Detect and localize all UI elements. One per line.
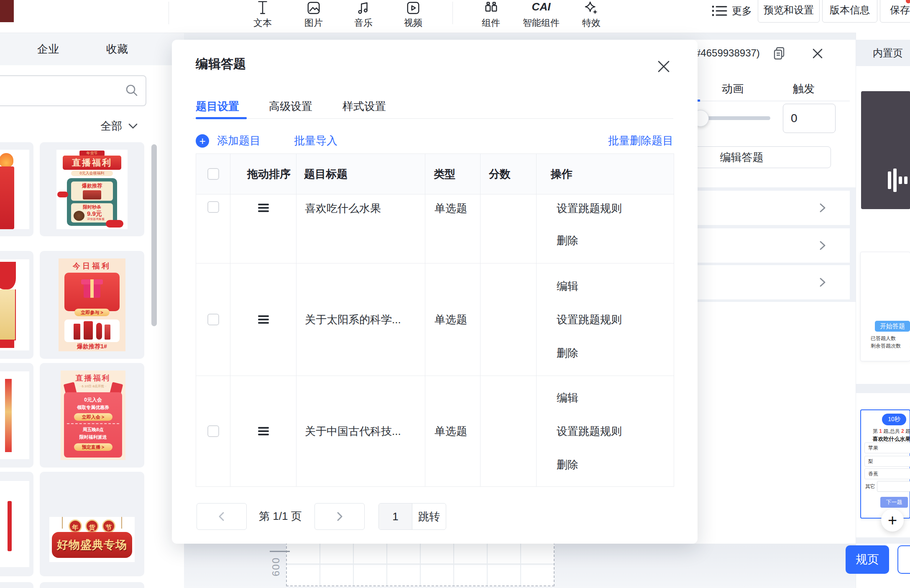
tab-trigger[interactable]: 触发: [793, 82, 815, 96]
question-type: 单选题: [435, 201, 467, 216]
drag-handle-icon[interactable]: [258, 314, 269, 325]
page-jump-button[interactable]: 跳转: [412, 504, 446, 529]
page-thumbnail-audio[interactable]: [861, 91, 910, 209]
stat-row: 剩余答题次数 1: [871, 343, 910, 350]
stat-row: 已答题人数 1: [871, 335, 910, 342]
next-page-button[interactable]: [314, 503, 365, 530]
column-header: 操作: [551, 167, 573, 182]
add-question-button[interactable]: 添加题目: [217, 133, 261, 148]
toolbar-tool-image[interactable]: 图片: [289, 0, 339, 29]
tab-advanced-settings[interactable]: 高级设置: [269, 99, 312, 114]
search-icon: [125, 83, 139, 97]
settings-row[interactable]: [686, 191, 850, 225]
delete-action[interactable]: 删除: [557, 458, 674, 472]
table-header-row: 拖动排序 题目标题 类型 分数 操作: [196, 154, 674, 194]
card-title: 直播福利: [63, 156, 121, 170]
image-icon: [289, 0, 339, 15]
active-tab-underline: [196, 117, 247, 119]
page-thumbnail-quiz-start[interactable]: 开始答题 已答题人数 1 剩余答题次数 1: [860, 252, 910, 361]
panel-gap: [856, 384, 910, 393]
list-icon: [711, 3, 728, 18]
add-page-button[interactable]: +: [881, 509, 904, 532]
toolbar-tool-label: 特效: [566, 17, 616, 29]
tab-label: 动画: [722, 82, 744, 95]
row-checkbox[interactable]: [207, 425, 219, 437]
tab-style-settings[interactable]: 样式设置: [343, 99, 386, 114]
quiz-other-label: 其它: [865, 483, 875, 490]
prev-page-button[interactable]: [197, 503, 247, 530]
edit-quiz-modal: 编辑答题 题目设置 高级设置 样式设置 + 添加题目 批量导入 批量删除题目 拖…: [172, 40, 698, 544]
stat-label: 已答题人数: [871, 335, 896, 342]
toolbar-tool-video[interactable]: 视频: [388, 0, 438, 29]
card-pill: 预定直播 >: [74, 443, 112, 451]
template-card[interactable]: [40, 582, 144, 588]
batch-import-button[interactable]: 批量导入: [294, 133, 337, 148]
row-checkbox[interactable]: [207, 314, 219, 325]
component-icon: [466, 0, 516, 15]
settings-row[interactable]: [686, 228, 850, 263]
toolbar-tool-effects[interactable]: 特效: [566, 0, 616, 29]
more-menu[interactable]: 更多: [711, 3, 752, 18]
tab-label: 触发: [793, 82, 815, 95]
quiz-progress: 第 1 题,总共 2 题: [872, 428, 910, 435]
batch-delete-button[interactable]: 批量删除题目: [608, 133, 673, 148]
canvas-page-outline[interactable]: [286, 542, 555, 586]
toolbar-tool-component[interactable]: 组件: [466, 0, 516, 29]
toolbar-tool-music[interactable]: 音乐: [338, 0, 389, 29]
set-skip-rule-action[interactable]: 设置跳题规则: [557, 424, 674, 439]
select-all-checkbox[interactable]: [207, 168, 219, 180]
sidebar-tab-favorites[interactable]: 收藏: [94, 33, 140, 65]
card-pill: 立即入会 >: [74, 413, 112, 421]
tab-label: 收藏: [106, 42, 128, 56]
template-card-today-benefits[interactable]: 今日福利 立即参与 > 爆款推荐1#: [40, 251, 144, 359]
template-card[interactable]: [0, 472, 33, 576]
set-skip-rule-action[interactable]: 设置跳题规则: [557, 201, 674, 216]
template-card-live-envelope[interactable]: 直播福利 · 6.10日 8点开抢 · 0元入会 领取专属优惠券 立即入会 > …: [40, 363, 144, 468]
row-checkbox[interactable]: [207, 201, 219, 213]
copy-icon[interactable]: [773, 46, 785, 60]
close-icon[interactable]: [656, 59, 673, 76]
set-skip-rule-action[interactable]: 设置跳题规则: [557, 312, 674, 327]
page-thumbnail-quiz-question[interactable]: 10秒 第 1 题,总共 2 题 喜欢吃什么水果 苹果 梨 香蕉 其它 下一题: [860, 409, 910, 519]
bottle-graphic: [84, 321, 93, 340]
page-jump-input[interactable]: 1: [379, 504, 412, 529]
stat-label: 剩余答题次数: [871, 343, 901, 350]
delete-action[interactable]: 删除: [557, 233, 674, 248]
delay-value-input[interactable]: [783, 104, 836, 133]
toolbar-tool-text[interactable]: 文本: [238, 0, 288, 29]
preview-settings-button[interactable]: 预览和设置: [758, 0, 820, 23]
drag-handle-icon[interactable]: [258, 202, 269, 263]
sidebar-tab-enterprise[interactable]: 企业: [25, 33, 71, 65]
search-input[interactable]: [0, 75, 146, 106]
question-title: 喜欢吃什么水果: [305, 201, 381, 216]
delete-action[interactable]: 删除: [557, 346, 674, 360]
filter-dropdown[interactable]: 全部: [100, 119, 138, 133]
question-title: 关于中国古代科技...: [305, 424, 401, 439]
template-card[interactable]: [0, 142, 33, 236]
tab-animation[interactable]: 动画: [722, 82, 744, 96]
version-info-button[interactable]: 版本信息: [822, 0, 877, 23]
template-card[interactable]: [0, 582, 33, 588]
edit-action[interactable]: 编辑: [557, 391, 674, 405]
toolbar-tool-smart-component[interactable]: CAI 智能组件: [510, 0, 573, 29]
regular-page-button[interactable]: 规页: [846, 545, 889, 574]
giftbox-graphic: [83, 190, 101, 199]
tab-question-settings[interactable]: 题目设置: [196, 99, 239, 114]
edit-action[interactable]: 编辑: [557, 279, 674, 294]
cloud-graphic: [106, 220, 123, 228]
settings-list-background: [686, 187, 856, 302]
video-icon: [388, 0, 438, 15]
save-button[interactable]: 保存: [880, 0, 910, 23]
toolbar-tool-label: 文本: [238, 17, 288, 29]
template-card-festival[interactable]: 年 货 节 好物盛典专场: [40, 472, 144, 576]
template-card-live-benefits[interactable]: 年货节 直播福利 0元入会领福利 爆款推荐 限时秒杀 9.9元 详情咨询客服: [40, 142, 144, 236]
template-card[interactable]: [0, 363, 33, 468]
builtin-pages-header[interactable]: 内置页: [856, 40, 910, 66]
settings-row[interactable]: [686, 265, 850, 299]
drag-handle-icon[interactable]: [258, 425, 269, 437]
button-label: 开始答题: [880, 322, 905, 330]
secondary-page-button[interactable]: [897, 545, 910, 574]
sidebar-scrollbar[interactable]: [151, 144, 157, 326]
close-icon[interactable]: [811, 47, 824, 60]
template-card[interactable]: [0, 251, 33, 359]
